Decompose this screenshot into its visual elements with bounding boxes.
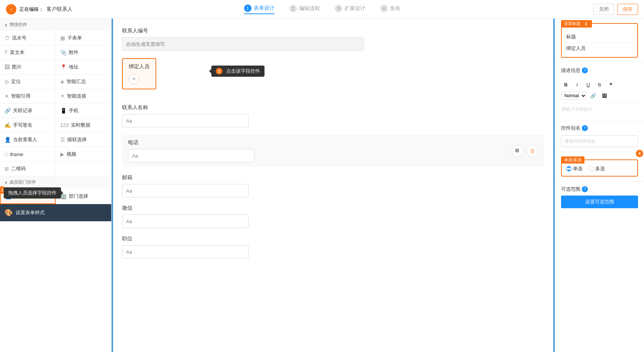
desc-help-icon[interactable]: ? (582, 67, 588, 73)
scope-title: 可选范围 ? (561, 186, 638, 193)
form-name: 客户联系人 (47, 6, 73, 13)
tab-edit-flow[interactable]: 2 编辑流程 (289, 5, 320, 14)
rte-strikethrough[interactable]: S (595, 80, 604, 89)
sidebar-item-attachment[interactable]: 📎 附件 (56, 45, 112, 60)
delete-button[interactable] (526, 145, 538, 157)
subtable-icon: ▦ (60, 35, 65, 41)
alias-input[interactable] (561, 135, 638, 147)
bind-tooltip: 2 点击该字段控件 (211, 66, 265, 77)
tab-extend-design[interactable]: 3 扩展设计 (335, 5, 365, 14)
member-section-title: ∨ 成员部门控件 拖拽人员选择字段控件 (0, 176, 111, 188)
sidebar-item-phone[interactable]: 📱 手机 (56, 104, 112, 118)
sidebar-item-video[interactable]: ▶ 视频 (56, 147, 112, 162)
address-icon: 📍 (60, 64, 67, 70)
sidebar-item-signature[interactable]: ✍ 手写签名 (0, 118, 56, 133)
rp-alias-section: 控件别名 ? (555, 120, 644, 152)
field-position: 职位 (122, 235, 544, 259)
rte-quote[interactable]: ❝ (606, 80, 615, 89)
field-input-position[interactable] (122, 245, 249, 259)
signature-icon: ✍ (4, 122, 11, 128)
canvas-inner: 联系人编号 绑定人员 + 2 点击该字段控件 联系人名称 (113, 19, 553, 352)
sidebar-item-richtext[interactable]: T 富文本 (0, 45, 56, 60)
editing-label: 正在编辑： (19, 6, 44, 13)
field-label-contact-number: 联系人编号 (122, 28, 544, 34)
save-button[interactable]: 保存 (617, 4, 638, 15)
sidebar-item-ai-connect[interactable]: ⚭ 智能连接 (56, 89, 112, 104)
viewer-icon: 👤 (4, 137, 11, 143)
rp-select-mode-section: 单选/多选 4 单选 多选 (555, 152, 644, 181)
sidebar-item-location[interactable]: ◎ 定位 (0, 74, 56, 89)
sidebar-item-dept-select[interactable]: 🏢 部门选择 (56, 188, 112, 204)
alias-help-icon[interactable]: ? (582, 125, 588, 131)
related-icon: 🔗 (4, 108, 11, 114)
header-right: 关闭 保存 (593, 4, 638, 15)
rte-underline[interactable]: U (583, 80, 593, 89)
rp-bind-person-field[interactable]: 绑定人员 (566, 43, 633, 54)
badge-4: 4 (636, 150, 643, 157)
tab-publish[interactable]: 4 发布 (380, 5, 400, 14)
sidebar-item-related-record[interactable]: 🔗 关联记录 (0, 104, 56, 118)
cancel-button[interactable]: 关闭 (593, 4, 614, 15)
enhanced-section-title: ∨ 增强控件 (0, 19, 111, 31)
sidebar-item-image[interactable]: 🖼 图片 (0, 60, 56, 74)
single-select-option[interactable]: 单选 (566, 165, 583, 172)
sidebar-item-qrcode[interactable]: ⊞ 二维码 (0, 162, 56, 176)
chevron-member-icon: ∨ (4, 180, 8, 185)
sidebar-promo[interactable]: 🎨 设置表单样式 (0, 204, 111, 221)
promo-label: 设置表单样式 (16, 209, 45, 216)
rte-link[interactable]: 🔗 (588, 91, 598, 101)
attachment-icon: 📎 (60, 50, 67, 56)
field-contact-number: 联系人编号 (122, 28, 544, 51)
bind-person-field[interactable]: 绑定人员 + (122, 58, 156, 89)
rte-bold[interactable]: B (561, 80, 571, 89)
tab-label-3: 扩展设计 (345, 5, 365, 12)
copy-button[interactable] (512, 145, 523, 157)
badge-2-circle: 2 (216, 68, 222, 74)
tab-form-design[interactable]: 1 表单设计 (244, 4, 275, 14)
ai-summary-icon: ◈ (60, 79, 64, 85)
field-phone: 电话 (122, 135, 544, 167)
realtime-icon: 123 (60, 122, 69, 128)
sidebar-item-iframe[interactable]: □ iframe (0, 147, 56, 162)
cascade-icon: ☰ (60, 137, 65, 143)
qrcode-icon: ⊞ (4, 166, 9, 172)
sidebar-item-address[interactable]: 📍 地址 (56, 60, 112, 74)
sidebar-item-current-viewer[interactable]: 👤 当前查看人 (0, 133, 56, 147)
rp-title-badge: 设置标题 3 (561, 20, 592, 28)
header-left: ‹ 正在编辑： 客户联系人 (6, 4, 73, 15)
rp-desc-section: 描述信息 ? B I U S ❝ Normal 🔗 🖼 请输入字段提示 (555, 63, 644, 120)
field-input-email[interactable] (122, 184, 249, 197)
rte-format-select[interactable]: Normal (561, 92, 587, 100)
badge-3-inline: 3 (583, 21, 589, 27)
phone-icon: 📱 (60, 108, 67, 114)
serial-icon: ⏱ (4, 35, 10, 41)
rte-placeholder: 请输入字段提示 (561, 103, 638, 115)
rte-img[interactable]: 🖼 (599, 91, 609, 101)
center-canvas: 联系人编号 绑定人员 + 2 点击该字段控件 联系人名称 (112, 19, 555, 352)
field-input-contact-number[interactable] (122, 37, 364, 51)
sidebar-item-ai-ref[interactable]: ✦ 智能引用 (0, 89, 56, 104)
field-label-contact-name: 联系人名称 (122, 104, 544, 111)
sidebar-item-serial[interactable]: ⏱ 流水号 (0, 31, 56, 45)
field-input-wechat[interactable] (122, 215, 249, 228)
field-input-contact-name[interactable] (122, 114, 249, 127)
rp-title-section: 设置标题 3 标题 绑定人员 (555, 19, 644, 63)
rp-scope-section: 可选范围 ? 设置可选范围 (555, 181, 644, 213)
multi-select-option[interactable]: 多选 (589, 165, 605, 172)
back-button[interactable]: ‹ (6, 4, 16, 15)
bind-person-plus-button[interactable]: + (129, 74, 139, 84)
rp-title-header: 设置标题 3 标题 绑定人员 (561, 23, 638, 58)
sidebar-item-subtable[interactable]: ▦ 子表单 (56, 31, 112, 45)
field-input-phone[interactable] (128, 149, 254, 162)
sidebar-item-realtime[interactable]: 123 实时数据 (56, 118, 112, 133)
drag-tooltip: 拖拽人员选择字段控件 (4, 187, 61, 199)
field-email: 邮箱 (122, 174, 544, 197)
scope-help-icon[interactable]: ? (582, 186, 588, 192)
scope-button[interactable]: 设置可选范围 (561, 196, 638, 208)
field-label-email: 邮箱 (122, 174, 544, 181)
video-icon: ▶ (60, 151, 64, 157)
sidebar-item-cascade[interactable]: ☰ 级联选择 (56, 133, 112, 147)
rte-italic[interactable]: I (572, 80, 582, 89)
rp-title-field[interactable]: 标题 (566, 31, 633, 42)
sidebar-item-ai-summary[interactable]: ◈ 智能汇总 (56, 74, 112, 89)
